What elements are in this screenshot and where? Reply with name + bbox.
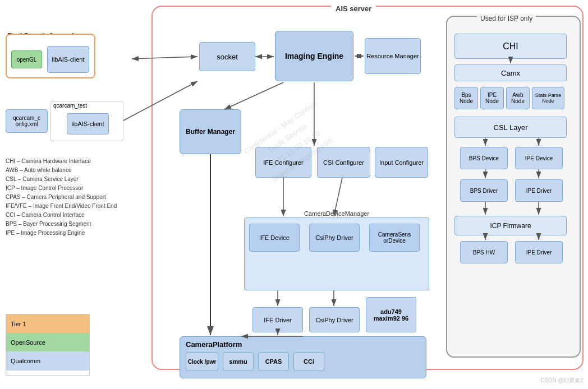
- ipe-driver-mid-box: IPE Driver: [515, 179, 563, 202]
- opengl-label: openGL: [17, 57, 37, 63]
- libais-client-1-label: libAIS-client: [52, 56, 84, 63]
- ipe-driver-bot-label: IPE Driver: [526, 249, 552, 256]
- buffer-manager-label: Buffer Manager: [186, 128, 235, 136]
- camx-label: Camx: [501, 69, 520, 77]
- csi-configurer-box: CSI Configurer: [317, 147, 370, 178]
- imaging-engine-box: Imaging Engine: [275, 31, 353, 81]
- ife-device-label: IFE Device: [259, 234, 290, 241]
- adu749-label: adu749 maxim92 96: [366, 308, 416, 322]
- bps-node-box: Bps Node: [454, 87, 478, 109]
- tier1-app-box: openGL libAIS-client: [6, 34, 95, 78]
- cpas-box: CPAS: [258, 352, 289, 371]
- resource-manager-box: Resource Manager: [365, 38, 421, 74]
- cci-box: CCi: [293, 352, 324, 371]
- camera-device-manager-box: IFE Device CsiPhy Driver CameraSens orDe…: [244, 217, 429, 290]
- clock-pwr-box: Clock /pwr: [186, 352, 218, 371]
- bps-device-top-label: BPS Device: [469, 155, 499, 161]
- libais-client-2-box: libAIS-client: [67, 113, 109, 135]
- legend-qualcomm-label: Qualcomm: [11, 358, 40, 364]
- csiphy-driver-bot-label: CsiPhy Driver: [315, 317, 353, 323]
- glossary-line-4: ICP – Image Control Processor: [6, 184, 118, 193]
- ife-configurer-label: IFE Configurer: [263, 159, 304, 166]
- bps-node-label: Bps Node: [455, 92, 477, 104]
- bps-hw-box: BPS HW: [460, 241, 508, 263]
- clock-pwr-label: Clock /pwr: [188, 359, 217, 365]
- ipe-device-top-label: IPE Device: [525, 155, 553, 161]
- awb-node-label: Awb Node: [507, 92, 529, 104]
- csl-layer-box: CSL Layer: [454, 117, 567, 138]
- input-configurer-box: Input Configurer: [375, 147, 428, 178]
- legend-qualcomm: Qualcomm: [6, 351, 89, 371]
- opengl-box: openGL: [11, 50, 42, 68]
- ipe-driver-mid-label: IPE Driver: [526, 188, 552, 194]
- camera-sensor-device-box: CameraSens orDevice: [369, 224, 420, 252]
- glossary-line-9: IPE – Image Processing Engine: [6, 229, 118, 238]
- socket-box: socket: [199, 42, 255, 71]
- ipe-node-label: IPE Node: [481, 92, 503, 104]
- bps-device-top-box: BPS Device: [460, 147, 508, 169]
- resource-manager-label: Resource Manager: [366, 53, 419, 59]
- cci-label: CCi: [304, 358, 314, 365]
- ife-device-box: IFE Device: [249, 224, 300, 252]
- csdn-watermark: CSDN @幻景素2: [540, 377, 584, 385]
- libais-client-2-label: libAIS-client: [71, 121, 104, 127]
- stats-parse-node-box: Stats Parse Node: [532, 87, 564, 109]
- ife-driver-label: IFE Driver: [264, 317, 292, 323]
- icp-firmware-label: ICP Firmware: [490, 222, 531, 230]
- camera-sensor-device-label: CameraSens orDevice: [370, 231, 419, 244]
- socket-label: socket: [217, 53, 238, 61]
- csiphy-driver-top-box: CsiPhy Driver: [309, 224, 360, 252]
- imaging-engine-label: Imaging Engine: [285, 52, 343, 61]
- smmu-label: smmu: [229, 358, 247, 365]
- ife-driver-box: IFE Driver: [252, 307, 303, 332]
- legend-tier1-label: Tier 1: [11, 321, 26, 327]
- csl-layer-label: CSL Layer: [494, 123, 528, 132]
- glossary-line-8: BPS – Bayer Processing Segment: [6, 220, 118, 229]
- ipe-node-box: IPE Node: [480, 87, 504, 109]
- chi-label: CHI: [503, 41, 518, 52]
- bps-hw-label: BPS HW: [473, 249, 495, 256]
- ife-configurer-box: IFE Configurer: [255, 147, 311, 178]
- glossary-line-7: CCI – Camera Control Interface: [6, 211, 118, 220]
- legend-tier1: Tier 1: [6, 314, 89, 333]
- libais-client-1-box: libAIS-client: [47, 46, 89, 73]
- csiphy-driver-top-label: CsiPhy Driver: [315, 234, 353, 241]
- buffer-manager-box: Buffer Manager: [180, 109, 241, 154]
- glossary: CHI – Camera Hardware Interface AWB – Au…: [6, 157, 118, 238]
- cpas-label: CPAS: [265, 358, 282, 365]
- bps-driver-box: BPS Driver: [460, 179, 508, 202]
- glossary-line-6: IFE/VFE – Image Front End/Video Front En…: [6, 202, 118, 211]
- ipe-driver-bot-box: IPE Driver: [515, 241, 563, 263]
- input-configurer-label: Input Configurer: [379, 159, 424, 166]
- glossary-line-5: CPAS – Camera Peripheral and Support: [6, 193, 118, 202]
- csi-configurer-label: CSI Configurer: [323, 159, 364, 166]
- qcarcam-config-label: qcarcam_c onfig.xml: [6, 115, 47, 127]
- adu749-box: adu749 maxim92 96: [366, 297, 416, 332]
- camera-platform-label: CameraPlatform: [186, 340, 242, 349]
- ipe-device-top-box: IPE Device: [515, 147, 563, 169]
- chi-box: CHI: [454, 34, 567, 59]
- qcarcam-test-label: qcarcam_test: [51, 101, 123, 110]
- legend-box: Tier 1 OpenSource Qualcomm: [6, 314, 90, 376]
- stats-parse-node-label: Stats Parse Node: [532, 92, 564, 104]
- csiphy-driver-bot-box: CsiPhy Driver: [309, 307, 360, 332]
- isp-only-label: Used for ISP only: [477, 15, 536, 22]
- bps-driver-label: BPS Driver: [470, 188, 498, 194]
- glossary-line-2: AWB – Auto white balance: [6, 166, 118, 175]
- glossary-line-3: CSL – Camera Service Layer: [6, 175, 118, 184]
- icp-firmware-box: ICP Firmware: [454, 216, 567, 235]
- glossary-line-1: CHI – Camera Hardware Interface: [6, 157, 118, 166]
- awb-node-box: Awb Node: [506, 87, 530, 109]
- legend-opensource-label: OpenSource: [11, 339, 45, 346]
- qcarcam-test-container: qcarcam_test libAIS-client: [50, 101, 123, 141]
- ais-server-label: AIS server: [331, 4, 376, 13]
- camx-box: Camx: [454, 64, 567, 81]
- camera-platform-box: CameraPlatform Clock /pwr smmu CPAS CCi: [180, 336, 426, 378]
- legend-opensource: OpenSource: [6, 333, 89, 351]
- main-container: AIS server Used for ISP only Tier 1 Exam…: [0, 0, 588, 389]
- qcarcam-config-box: qcarcam_c onfig.xml: [6, 109, 48, 133]
- smmu-box: smmu: [223, 352, 254, 371]
